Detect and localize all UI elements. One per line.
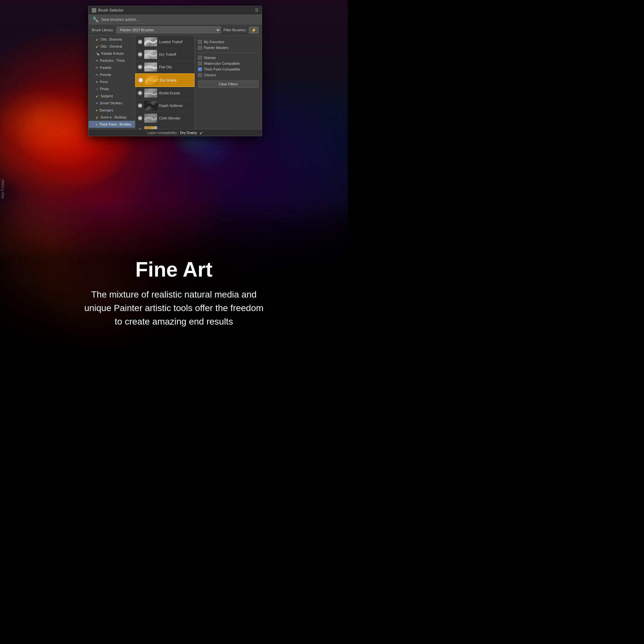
filter-watercolor-compatible[interactable]: Watercolor Compatible xyxy=(198,61,259,66)
filter-checkbox-painter-masters[interactable] xyxy=(198,46,202,50)
dialog-titlebar: Brush Selector ☰ xyxy=(89,6,262,15)
brush-name-flat-oily: Flat Oily xyxy=(159,65,172,69)
brush-stroke-loaded-grainy xyxy=(144,126,157,129)
filter-painter-masters[interactable]: Painter Masters xyxy=(198,45,259,51)
dialog-status-bar: Layer compatibility: Dry Grainy 🖌 xyxy=(89,129,262,136)
category-smart-strokes[interactable]: ✦ Smart Strokes xyxy=(89,99,135,107)
brush-name-dry-trailoff: Dry Trailoff xyxy=(159,52,176,56)
brush-name-cloth-blender: Cloth Blender xyxy=(159,116,181,120)
dialog-app-icon xyxy=(92,8,96,13)
brush-list-panel: Loaded Trailoff Dry Trailoff xyxy=(135,36,195,129)
brush-item-bristle-eraser[interactable]: Bristle Eraser xyxy=(135,87,194,99)
filter-my-favorites[interactable]: My Favorites xyxy=(198,39,259,45)
brush-name-loaded-trailoff: Loaded Trailoff xyxy=(159,40,183,44)
brush-item-dry-trailoff[interactable]: Dry Trailoff xyxy=(135,48,194,61)
brush-icon-cloth-blender xyxy=(138,116,142,120)
dialog-title-left: Brush Selector xyxy=(92,8,124,13)
brush-stroke-flat-oily xyxy=(144,62,157,71)
brush-stroke-depth-softener xyxy=(144,101,157,110)
category-pencils[interactable]: ✏ Pencils xyxy=(89,71,135,78)
brush-icon-dry-grainy xyxy=(138,78,143,82)
status-label: Layer compatibility: xyxy=(147,131,178,135)
category-particles-thick[interactable]: ✦ Particles : Thick xyxy=(89,57,135,64)
brush-stroke-bristle-eraser xyxy=(144,89,157,98)
filter-checkbox-watercolor-compatible[interactable] xyxy=(198,62,202,65)
brush-item-depth-softener[interactable]: Depth Softener xyxy=(135,99,194,112)
brush-icon-bristle-eraser xyxy=(138,91,142,95)
category-oils-general[interactable]: 🖌 Oils : General xyxy=(89,43,135,50)
filter-label-cloners: Cloners xyxy=(204,73,216,77)
filter-label-stamps: Stamps xyxy=(204,56,216,60)
page-body: The mixture of realistic natural media a… xyxy=(19,288,328,328)
brush-selector-dialog: Brush Selector ☰ 🔧 New brushes added... … xyxy=(88,6,262,136)
brush-item-loaded-grainy[interactable]: Loaded Grainy xyxy=(135,125,194,129)
brush-categories-panel: 🖌 Oils : Bravura 🖌 Oils : General 🔪 Pale… xyxy=(89,36,135,129)
filter-label-my-favorites: My Favorites xyxy=(204,40,224,44)
category-pens[interactable]: ✒ Pens xyxy=(89,78,135,85)
brush-name-dry-grainy: Dry Grainy xyxy=(160,78,177,82)
library-select[interactable]: Painter 2022 Brushes xyxy=(116,26,221,33)
dialog-title-text: Brush Selector xyxy=(98,8,124,13)
filter-checkbox-my-favorites[interactable] xyxy=(198,40,202,44)
page-heading: Fine Art xyxy=(19,258,328,281)
filter-stamps[interactable]: Stamps xyxy=(198,55,259,61)
category-pastels[interactable]: ✏ Pastels xyxy=(89,64,135,71)
brush-icon-loaded-grainy xyxy=(138,128,142,129)
filter-label-thick-paint-compatible: Thick Paint Compatible xyxy=(204,67,240,71)
brush-stroke-dry-grainy xyxy=(145,76,158,85)
brush-name-depth-softener: Depth Softener xyxy=(159,104,183,108)
toolbar-row: Brush Library: Painter 2022 Brushes Filt… xyxy=(89,24,262,36)
dialog-body: 🖌 Oils : Bravura 🖌 Oils : General 🔪 Pale… xyxy=(89,36,262,129)
dialog-menu-icon[interactable]: ☰ xyxy=(255,8,259,13)
filter-thick-paint-compatible[interactable]: Thick Paint Compatible xyxy=(198,66,259,72)
category-palette-knives[interactable]: 🔪 Palette Knives xyxy=(89,50,135,57)
filter-label: Filter Brushes: xyxy=(223,28,246,32)
filter-checkbox-cloners[interactable] xyxy=(198,73,202,77)
filter-label-painter-masters: Painter Masters xyxy=(204,46,229,50)
notification-bar: 🔧 New brushes added... xyxy=(89,15,262,24)
brush-icon-dry-trailoff xyxy=(138,52,142,57)
filter-divider xyxy=(198,52,259,53)
category-thick-paint-compatible[interactable]: ● Thick Paint : Compatible xyxy=(89,128,135,129)
brush-icon-loaded-trailoff xyxy=(138,40,142,44)
filter-checkbox-stamps[interactable] xyxy=(198,56,202,60)
status-icon: 🖌 xyxy=(199,131,203,135)
category-photo[interactable]: ⊙ Photo xyxy=(89,85,135,92)
brush-stroke-dry-trailoff xyxy=(144,50,157,59)
category-sumie-buildup[interactable]: 🖌 Sumi-e : Buildup xyxy=(89,114,135,121)
filter-icon-button[interactable]: ⚡ xyxy=(249,27,259,33)
brush-stroke-loaded-trailoff xyxy=(144,37,157,46)
watermark: Hal Fisher xyxy=(1,179,5,198)
status-value: Dry Grainy xyxy=(180,131,197,135)
bottom-text-section: Fine Art The mixture of realistic natura… xyxy=(0,258,348,348)
category-thick-paint-bristles[interactable]: ● Thick Paint : Bristles xyxy=(89,121,135,128)
brush-stroke-cloth-blender xyxy=(144,114,157,123)
category-sargent[interactable]: 🖌 Sargent xyxy=(89,92,135,99)
category-sponges[interactable]: ● Sponges xyxy=(89,107,135,114)
brush-icon-depth-softener xyxy=(138,103,142,108)
category-oils-bravura[interactable]: 🖌 Oils : Bravura xyxy=(89,36,135,43)
notification-icon: 🔧 xyxy=(92,16,99,23)
brush-item-flat-oily[interactable]: Flat Oily xyxy=(135,61,194,73)
filter-cloners[interactable]: Cloners xyxy=(198,72,259,78)
brush-item-dry-grainy[interactable]: Dry Grainy xyxy=(135,73,194,87)
filter-label-watercolor-compatible: Watercolor Compatible xyxy=(204,62,240,65)
library-label: Brush Library: xyxy=(92,28,114,32)
brush-name-loaded-grainy: Loaded Grainy xyxy=(159,129,182,129)
brush-icon-flat-oily xyxy=(138,65,142,69)
brush-item-cloth-blender[interactable]: Cloth Blender xyxy=(135,112,194,125)
notification-text: New brushes added... xyxy=(101,17,139,22)
filters-panel: My Favorites Painter Masters Stamps Wate… xyxy=(195,36,262,129)
brush-name-bristle-eraser: Bristle Eraser xyxy=(159,91,180,95)
filter-checkbox-thick-paint-compatible[interactable] xyxy=(198,67,202,71)
brush-item-loaded-trailoff[interactable]: Loaded Trailoff xyxy=(135,36,194,48)
clear-filters-button[interactable]: Clear Filters xyxy=(198,81,259,88)
